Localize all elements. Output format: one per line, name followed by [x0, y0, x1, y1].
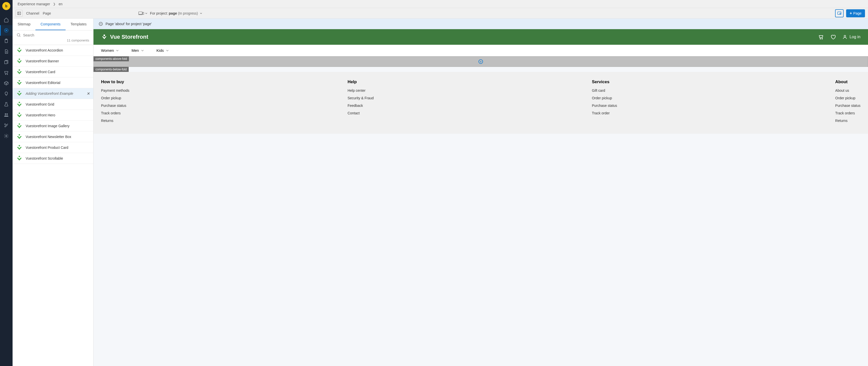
brand-logo[interactable]: b [2, 2, 10, 10]
rail-tools[interactable] [0, 120, 12, 131]
footer-link[interactable]: Contact [347, 111, 374, 115]
svg-point-34 [19, 145, 20, 146]
preview-mode-button[interactable] [835, 9, 844, 17]
component-item[interactable]: Vuestorefront Image Gallery [12, 121, 93, 131]
nav-rail: b [0, 0, 12, 366]
page-dropdown[interactable]: Page [43, 11, 51, 15]
collapse-icon[interactable] [98, 22, 103, 26]
rail-pages[interactable] [0, 57, 12, 67]
svg-rect-20 [143, 12, 144, 14]
footer-link[interactable]: Purchase status [592, 103, 617, 108]
component-label: Vuestorefront Product Card [26, 146, 68, 150]
zone-label-above: components-above-fold [93, 56, 129, 61]
preview-area: Page 'about' for project 'page' Vue Stor… [93, 19, 868, 366]
footer-link[interactable]: Feedback [347, 103, 374, 108]
component-item[interactable]: Vuestorefront Newsletter Box [12, 131, 93, 142]
project-selector[interactable]: For project: page (In progress) [150, 11, 203, 15]
tab-components[interactable]: Components [35, 19, 65, 30]
footer-link[interactable]: About us [835, 89, 861, 92]
storefront-header: Vue Storefront Log in [93, 29, 868, 45]
svg-point-14 [4, 124, 5, 124]
nav-kids[interactable]: Kids [157, 48, 169, 53]
drop-zone-below-fold[interactable]: components-below-fold [93, 67, 868, 72]
rail-idea[interactable] [0, 89, 12, 99]
footer-link[interactable]: Returns [835, 119, 861, 123]
svg-point-8 [7, 74, 8, 75]
footer-link[interactable]: Security & Fraud [347, 96, 374, 100]
svg-point-22 [840, 13, 841, 14]
component-item[interactable]: Vuestorefront Hero [12, 110, 93, 121]
component-item[interactable]: Vuestorefront Banner [12, 56, 93, 67]
svg-point-35 [19, 156, 20, 157]
storefront-footer: How to buyPayment methodsOrder pickupPur… [93, 72, 868, 134]
rail-settings[interactable] [0, 131, 12, 141]
footer-column: HelpHelp centerSecurity & FraudFeedbackC… [347, 80, 374, 126]
footer-heading: Help [347, 80, 374, 85]
rail-document[interactable] [0, 46, 12, 57]
footer-link[interactable]: Payment methods [101, 89, 129, 92]
footer-link[interactable]: Purchase status [101, 103, 129, 108]
svg-point-29 [19, 91, 20, 92]
footer-link[interactable]: Gift card [592, 89, 617, 92]
nav-women[interactable]: Women [101, 48, 119, 53]
rail-users[interactable] [0, 110, 12, 120]
footer-link[interactable]: Help center [347, 89, 374, 92]
footer-link[interactable]: Track order [592, 111, 617, 115]
tab-templates[interactable]: Templates [66, 19, 92, 30]
tab-sitemap[interactable]: Sitemap [12, 19, 35, 30]
footer-link[interactable]: Track orders [835, 111, 861, 115]
rail-clipboard[interactable] [0, 36, 12, 46]
component-label: Vuestorefront Banner [26, 59, 59, 63]
rail-lab[interactable] [0, 99, 12, 110]
component-item[interactable]: Vuestorefront Scrollable [12, 153, 93, 164]
add-component-button[interactable]: + [478, 59, 483, 64]
component-label: Vuestorefront Hero [26, 113, 55, 117]
search-icon [17, 33, 21, 37]
rail-package[interactable] [0, 78, 12, 89]
login-button[interactable]: Log in [842, 34, 861, 39]
footer-link[interactable]: Order pickup [101, 96, 129, 100]
close-icon[interactable]: ✕ [87, 91, 90, 96]
svg-point-40 [822, 38, 823, 39]
component-item[interactable]: Vuestorefront Grid [12, 99, 93, 110]
rail-cart[interactable] [0, 67, 12, 78]
svg-point-26 [19, 59, 20, 60]
component-item[interactable]: Adding Vuestorefront Example✕ [12, 88, 93, 99]
component-item[interactable]: Vuestorefront Accordion [12, 45, 93, 56]
rail-experience[interactable] [0, 25, 12, 36]
footer-link[interactable]: Track orders [101, 111, 129, 115]
footer-link[interactable]: Returns [101, 119, 129, 123]
component-label: Adding Vuestorefront Example [26, 92, 73, 95]
user-icon [842, 34, 847, 39]
component-icon [16, 80, 23, 86]
component-item[interactable]: Vuestorefront Editorial [12, 78, 93, 88]
component-label: Vuestorefront Scrollable [26, 156, 63, 160]
component-icon [16, 101, 23, 108]
footer-heading: Services [592, 80, 617, 85]
footer-link[interactable]: Purchase status [835, 103, 861, 108]
component-item[interactable]: Vuestorefront Card [12, 67, 93, 78]
breadcrumb-locale[interactable]: en [59, 2, 63, 6]
component-item[interactable]: Vuestorefront Product Card [12, 142, 93, 153]
footer-link[interactable]: Order pickup [835, 96, 861, 100]
storefront-logo[interactable]: Vue Storefront [101, 34, 148, 40]
nav-men[interactable]: Men [131, 48, 144, 53]
footer-link[interactable]: Order pickup [592, 96, 617, 100]
cart-icon[interactable] [818, 34, 824, 40]
device-selector[interactable] [138, 11, 148, 16]
collapse-sidebar-button[interactable] [16, 10, 23, 17]
component-search [12, 30, 93, 38]
channel-dropdown[interactable]: Channel [26, 11, 39, 15]
component-label: Vuestorefront Newsletter Box [26, 135, 71, 139]
add-page-button[interactable]: + Page [846, 9, 865, 17]
component-list: Vuestorefront AccordionVuestorefront Ban… [12, 45, 93, 366]
breadcrumb-root[interactable]: Experience manager [18, 2, 50, 6]
svg-point-23 [17, 33, 20, 36]
rail-home[interactable] [0, 14, 12, 25]
component-label: Vuestorefront Editorial [26, 81, 60, 85]
drop-zone-above-fold[interactable]: components-above-fold + [93, 56, 868, 67]
search-input[interactable] [23, 33, 89, 37]
svg-point-32 [19, 123, 20, 125]
heart-icon[interactable] [830, 34, 836, 40]
component-icon [16, 144, 23, 151]
